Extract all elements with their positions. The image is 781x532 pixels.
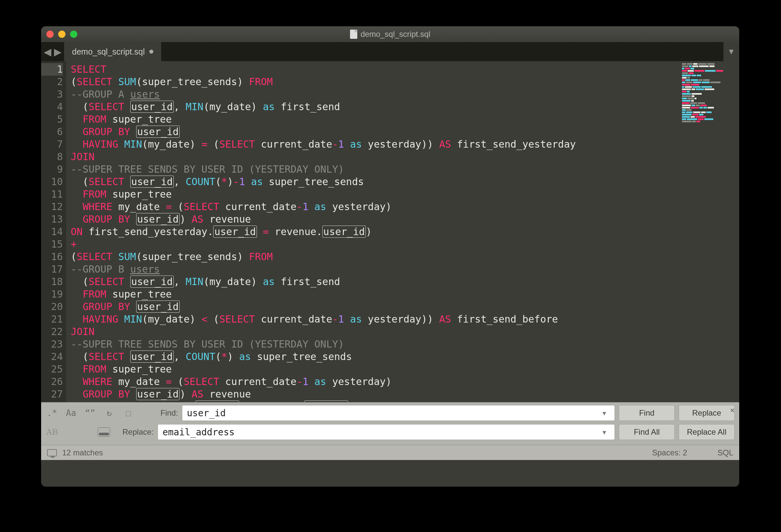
code-line[interactable]: (SELECT SUM(super_tree_sends) FROM <box>71 76 739 88</box>
window-title: demo_sql_script.sql <box>41 30 739 39</box>
code-line[interactable]: GROUP BY user_id) AS revenue <box>71 388 739 400</box>
replace-label: Replace: <box>114 428 154 437</box>
line-number: 12 <box>41 201 63 213</box>
close-panel-button[interactable]: × <box>730 406 735 415</box>
code-line[interactable]: --SUPER TREE SENDS BY USER ID (YESTERDAY… <box>71 163 739 176</box>
code-line[interactable]: (SELECT user_id, COUNT(*)-1 as super_tre… <box>71 176 739 188</box>
replace-input-value: email_address <box>163 427 599 438</box>
code-line[interactable]: ON first_send_yesterday.user_id = revenu… <box>71 226 739 238</box>
code-line[interactable]: FROM super_tree <box>71 288 739 301</box>
status-matches: 12 matches <box>62 448 103 457</box>
replace-history-icon[interactable]: ▼ <box>599 429 610 436</box>
code-line[interactable]: JOIN <box>71 150 739 163</box>
find-history-icon[interactable]: ▼ <box>599 410 610 416</box>
minimize-button[interactable] <box>58 31 66 38</box>
line-number: 15 <box>41 238 63 251</box>
line-number: 6 <box>41 126 63 138</box>
code-line[interactable]: --GROUP B users <box>71 263 739 275</box>
status-spaces[interactable]: Spaces: 2 <box>652 448 687 457</box>
line-number: 9 <box>41 163 63 176</box>
code-line[interactable]: SELECT <box>71 63 739 76</box>
minimap[interactable] <box>681 62 737 112</box>
close-button[interactable] <box>46 31 54 38</box>
line-number: 20 <box>41 301 63 313</box>
preserve-case-option[interactable]: AB <box>46 426 58 438</box>
code-line[interactable]: --GROUP A users <box>71 88 739 101</box>
line-number: 17 <box>41 263 63 275</box>
find-label: Find: <box>138 408 178 417</box>
code-line[interactable]: WHERE my_date = (SELECT current_date-1 a… <box>71 375 739 388</box>
status-lang[interactable]: SQL <box>717 448 733 457</box>
find-all-button[interactable]: Find All <box>619 424 675 440</box>
search-match: user_id <box>136 213 180 225</box>
line-number: 25 <box>41 363 63 375</box>
line-number: 7 <box>41 138 63 150</box>
code-line[interactable]: FROM super_tree <box>71 188 739 201</box>
code-line[interactable]: GROUP BY user_id <box>71 126 739 138</box>
case-option[interactable]: Aa <box>65 407 77 419</box>
replace-button[interactable]: Replace <box>679 405 735 421</box>
line-number: 1 <box>41 63 63 76</box>
search-match: user_id <box>130 176 174 188</box>
line-number: 23 <box>41 338 63 351</box>
console-icon[interactable] <box>47 449 57 456</box>
search-match: user_id <box>130 351 174 363</box>
code-line[interactable]: FROM super_tree <box>71 363 739 375</box>
code-line[interactable]: WHERE my_date = (SELECT current_date-1 a… <box>71 201 739 213</box>
code-line[interactable]: (SELECT SUM(super_tree_sends) FROM <box>71 251 739 263</box>
find-input-value: user_id <box>187 408 599 418</box>
line-number: 14 <box>41 226 63 238</box>
line-number: 26 <box>41 375 63 388</box>
code-line[interactable]: FROM super_tree <box>71 113 739 126</box>
tab-label: demo_sql_script.sql <box>72 47 145 56</box>
search-match: user_id <box>130 275 174 288</box>
line-number: 3 <box>41 88 63 101</box>
replace-all-button[interactable]: Replace All <box>679 424 735 440</box>
tab-menu-button[interactable]: ▼ <box>724 42 739 61</box>
toggle-panel-icon[interactable] <box>98 426 110 438</box>
code-line[interactable]: HAVING MIN(my_date) < (SELECT current_da… <box>71 313 739 325</box>
find-replace-panel: × .* Aa “” ↻ ⬚ Find: user_id ▼ Find Repl… <box>41 402 739 445</box>
search-match: user_id <box>213 226 257 238</box>
gutter: 1234567891011121314151617181920212223242… <box>41 61 66 402</box>
regex-option[interactable]: .* <box>46 407 58 419</box>
code-line[interactable]: JOIN <box>71 325 739 338</box>
code-line[interactable]: (SELECT user_id, MIN(my_date) as first_s… <box>71 275 739 288</box>
search-match: user_id <box>130 101 174 113</box>
line-number: 27 <box>41 388 63 400</box>
in-selection-option[interactable]: ⬚ <box>122 407 134 419</box>
zoom-button[interactable] <box>70 31 77 38</box>
editor[interactable]: 1234567891011121314151617181920212223242… <box>41 61 739 402</box>
code-line[interactable]: + <box>71 238 739 251</box>
tab-bar-spacer <box>161 42 724 61</box>
code-line[interactable]: --SUPER TREE SENDS BY USER ID (YESTERDAY… <box>71 338 739 351</box>
tab-active[interactable]: demo_sql_script.sql <box>64 42 161 61</box>
find-input[interactable]: user_id ▼ <box>182 405 615 421</box>
line-number: 10 <box>41 176 63 188</box>
replace-input[interactable]: email_address ▼ <box>158 424 615 440</box>
status-bar: 12 matches Spaces: 2 SQL <box>41 445 739 460</box>
line-number: 18 <box>41 275 63 288</box>
code-line[interactable]: HAVING MIN(my_date) = (SELECT current_da… <box>71 138 739 150</box>
window: demo_sql_script.sql ◀ ▶ demo_sql_script.… <box>41 26 739 487</box>
line-number: 2 <box>41 76 63 88</box>
line-number: 13 <box>41 213 63 226</box>
line-number: 11 <box>41 188 63 201</box>
nav-arrows[interactable]: ◀ ▶ <box>41 42 64 61</box>
wrap-option[interactable]: ↻ <box>103 407 116 419</box>
search-match: user_id <box>136 388 180 400</box>
code-line[interactable]: (SELECT user_id, MIN(my_date) as first_s… <box>71 101 739 113</box>
code-line[interactable]: (SELECT user_id, COUNT(*) as super_tree_… <box>71 351 739 363</box>
wholeword-option[interactable]: “” <box>84 407 96 419</box>
titlebar: demo_sql_script.sql <box>41 26 739 42</box>
search-match: user_id <box>322 226 366 238</box>
find-button[interactable]: Find <box>619 405 675 421</box>
line-number: 8 <box>41 150 63 163</box>
code-line[interactable]: GROUP BY user_id <box>71 301 739 313</box>
line-number: 4 <box>41 101 63 113</box>
code-area[interactable]: SELECT(SELECT SUM(super_tree_sends) FROM… <box>66 61 739 402</box>
file-icon <box>350 30 357 39</box>
line-number: 19 <box>41 288 63 301</box>
code-line[interactable]: GROUP BY user_id) AS revenue <box>71 213 739 226</box>
line-number: 16 <box>41 251 63 263</box>
